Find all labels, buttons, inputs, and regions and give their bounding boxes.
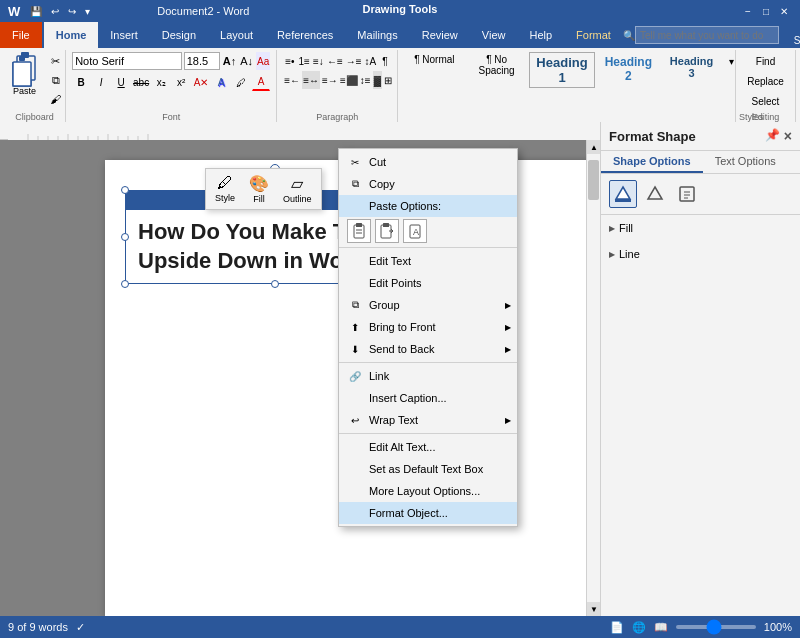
ctx-bring-to-front[interactable]: ⬆ Bring to Front ▶	[339, 316, 517, 338]
increase-font-button[interactable]: A↑	[222, 52, 237, 70]
handle-tl[interactable]	[121, 186, 129, 194]
bullets-button[interactable]: ≡•	[283, 52, 296, 70]
tab-view[interactable]: View	[470, 22, 518, 48]
tell-me-input[interactable]	[635, 26, 779, 44]
vertical-scrollbar[interactable]: ▲ ▼	[586, 140, 600, 616]
scroll-up-button[interactable]: ▲	[587, 140, 601, 154]
tab-format[interactable]: Format	[564, 22, 623, 48]
font-name-input[interactable]	[72, 52, 182, 70]
ctx-cut[interactable]: ✂ Cut	[339, 151, 517, 173]
font-size-input[interactable]	[184, 52, 220, 70]
ctx-default-textbox[interactable]: Set as Default Text Box	[339, 458, 517, 480]
tab-design[interactable]: Design	[150, 22, 208, 48]
show-hide-button[interactable]: ¶	[378, 52, 391, 70]
format-panel-close[interactable]: ×	[784, 128, 792, 144]
tab-file[interactable]: File	[0, 22, 42, 48]
paste-button[interactable]: Paste	[5, 52, 45, 98]
subscript-button[interactable]: x₂	[152, 73, 170, 91]
ctx-wrap-text[interactable]: ↩ Wrap Text ▶	[339, 409, 517, 431]
paste-svg	[9, 52, 41, 88]
tab-home[interactable]: Home	[44, 22, 99, 48]
format-panel-pin[interactable]: 📌	[765, 128, 780, 144]
superscript-button[interactable]: x²	[172, 73, 190, 91]
align-left-button[interactable]: ≡←	[283, 71, 301, 89]
multilevel-button[interactable]: ≡↓	[312, 52, 325, 70]
zoom-slider[interactable]	[676, 625, 756, 629]
format-tab-text[interactable]: Text Options	[703, 151, 788, 173]
format-painter-button[interactable]: 🖌	[47, 90, 65, 108]
align-right-button[interactable]: ≡→	[321, 71, 339, 89]
style-heading1[interactable]: Heading 1	[529, 52, 595, 88]
ctx-more-layout[interactable]: More Layout Options...	[339, 480, 517, 502]
paste-opt-2[interactable]	[375, 219, 399, 243]
highlight-button[interactable]: 🖊	[232, 73, 250, 91]
share-button[interactable]: ↑ Share	[779, 20, 800, 50]
handle-bm[interactable]	[271, 280, 279, 288]
decrease-font-button[interactable]: A↓	[239, 52, 254, 70]
font-color-button[interactable]: A	[252, 73, 270, 91]
text-effect-button[interactable]: A	[212, 73, 230, 91]
select-button[interactable]: Select	[757, 92, 775, 110]
ctx-edit-text[interactable]: Edit Text	[339, 250, 517, 272]
borders-button[interactable]: ⊞	[383, 71, 393, 89]
scroll-down-button[interactable]: ▼	[587, 602, 601, 616]
paste-opt-1[interactable]	[347, 219, 371, 243]
replace-button[interactable]: Replace	[757, 72, 775, 90]
line-spacing-button[interactable]: ↕≡	[359, 71, 372, 89]
tab-review[interactable]: Review	[410, 22, 470, 48]
strikethrough-button[interactable]: abc	[132, 73, 150, 91]
format-fill-icon-btn[interactable]	[609, 180, 637, 208]
ctx-send-to-back[interactable]: ⬇ Send to Back ▶	[339, 338, 517, 360]
tab-help[interactable]: Help	[517, 22, 564, 48]
proofing-icon[interactable]: ✓	[76, 621, 85, 634]
line-section-header[interactable]: ▶ Line	[609, 245, 792, 263]
tab-insert[interactable]: Insert	[98, 22, 150, 48]
view-read[interactable]: 📖	[654, 621, 668, 634]
ctx-paste-options[interactable]: Paste Options:	[339, 195, 517, 217]
align-center-button[interactable]: ≡↔	[302, 71, 320, 89]
format-effects-icon-btn[interactable]	[641, 180, 669, 208]
ctx-group[interactable]: ⧉ Group ▶	[339, 294, 517, 316]
increase-indent-button[interactable]: →≡	[345, 52, 363, 70]
format-size-icon-btn[interactable]	[673, 180, 701, 208]
edit-text-icon	[347, 253, 363, 269]
italic-button[interactable]: I	[92, 73, 110, 91]
justify-button[interactable]: ≡⬛	[340, 71, 358, 89]
view-print[interactable]: 📄	[610, 621, 624, 634]
ctx-link[interactable]: 🔗 Link	[339, 365, 517, 387]
numbering-button[interactable]: 1≡	[297, 52, 310, 70]
handle-ml[interactable]	[121, 233, 129, 241]
style-heading3[interactable]: Heading 3	[662, 52, 722, 82]
copy-button[interactable]: ⧉	[47, 71, 65, 89]
ctx-insert-caption[interactable]: Insert Caption...	[339, 387, 517, 409]
find-button[interactable]: Find	[757, 52, 775, 70]
clear-format-button[interactable]: A✕	[192, 73, 210, 91]
format-tab-shape[interactable]: Shape Options	[601, 151, 703, 173]
ctx-edit-alt-text[interactable]: Edit Alt Text...	[339, 436, 517, 458]
fill-section-header[interactable]: ▶ Fill	[609, 219, 792, 237]
underline-button[interactable]: U	[112, 73, 130, 91]
shading-button[interactable]: ▓	[373, 71, 382, 89]
ctx-format-object[interactable]: Format Object...	[339, 502, 517, 524]
style-normal[interactable]: ¶ Normal	[404, 52, 464, 67]
handle-bl[interactable]	[121, 280, 129, 288]
tab-references[interactable]: References	[265, 22, 345, 48]
change-case-button[interactable]: Aa	[256, 52, 270, 70]
style-no-spacing[interactable]: ¶ No Spacing	[466, 52, 526, 78]
cut-button[interactable]: ✂	[47, 52, 65, 70]
style-mini-button[interactable]: 🖊 Style	[210, 171, 240, 207]
effects-svg	[646, 185, 664, 203]
ctx-edit-points[interactable]: Edit Points	[339, 272, 517, 294]
decrease-indent-button[interactable]: ←≡	[326, 52, 344, 70]
scroll-thumb[interactable]	[588, 160, 599, 200]
ctx-copy[interactable]: ⧉ Copy	[339, 173, 517, 195]
view-web[interactable]: 🌐	[632, 621, 646, 634]
tab-mailings[interactable]: Mailings	[345, 22, 409, 48]
outline-mini-button[interactable]: ▱ Outline	[278, 171, 317, 207]
fill-mini-button[interactable]: 🎨 Fill	[244, 171, 274, 207]
style-heading2[interactable]: Heading 2	[597, 52, 659, 86]
paste-opt-3[interactable]: A	[403, 219, 427, 243]
sort-button[interactable]: ↕A	[364, 52, 378, 70]
tab-layout[interactable]: Layout	[208, 22, 265, 48]
bold-button[interactable]: B	[72, 73, 90, 91]
